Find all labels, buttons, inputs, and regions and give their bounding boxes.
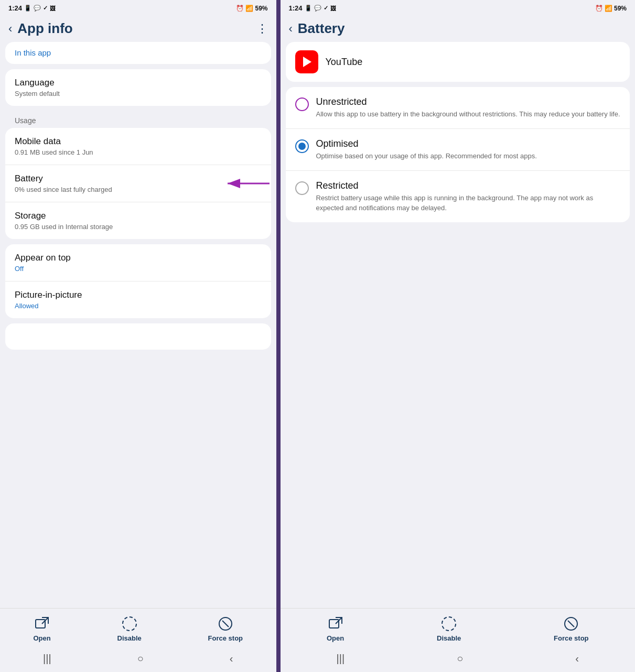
check-icon: ✓ bbox=[43, 5, 48, 12]
msg-icon: 💬 bbox=[34, 5, 41, 12]
nav-menu-icon-left[interactable]: ||| bbox=[43, 653, 51, 665]
pip-title: Picture-in-picture bbox=[15, 290, 262, 300]
restricted-text: Restricted Restrict battery usage while … bbox=[316, 180, 621, 212]
appear-on-top-title: Appear on top bbox=[15, 253, 262, 263]
purple-annotation-arrow bbox=[225, 176, 271, 191]
unrestricted-option[interactable]: Unrestricted Allow this app to use batte… bbox=[286, 87, 630, 129]
youtube-app-row: YouTube bbox=[286, 42, 630, 82]
whatsapp-icon: 📱 bbox=[24, 5, 31, 12]
alarm-icon-right: ⏰ bbox=[595, 5, 603, 12]
storage-item[interactable]: Storage 0.95 GB used in Internal storage bbox=[5, 202, 271, 239]
storage-subtitle: 0.95 GB used in Internal storage bbox=[15, 223, 262, 231]
disable-action-left[interactable]: Disable bbox=[117, 616, 142, 642]
open-action-left[interactable]: Open bbox=[33, 616, 50, 642]
status-bar-left: 1:24 📱 💬 ✓ 🖼 ⏰ 📶 59% bbox=[0, 0, 276, 14]
svg-line-9 bbox=[568, 621, 574, 627]
wifi-icon-right: 📶 bbox=[605, 5, 612, 12]
nav-bar-left: ||| ○ ‹ bbox=[0, 647, 276, 672]
nav-home-icon-left[interactable]: ○ bbox=[137, 653, 144, 665]
unrestricted-title: Unrestricted bbox=[316, 96, 621, 107]
appear-on-top-item[interactable]: Appear on top Off bbox=[5, 244, 271, 281]
battery-subtitle: 0% used since last fully charged bbox=[15, 186, 112, 193]
restricted-option[interactable]: Restricted Restrict battery usage while … bbox=[286, 171, 630, 222]
status-left-right: 1:24 📱 💬 ✓ 🖼 bbox=[289, 4, 336, 12]
status-right-left: ⏰ 📶 59% bbox=[236, 5, 267, 12]
language-title: Language bbox=[15, 78, 262, 88]
disable-label-left: Disable bbox=[117, 634, 142, 642]
nav-home-icon-right[interactable]: ○ bbox=[457, 653, 463, 665]
extra-card: Appear on top Off Picture-in-picture All… bbox=[5, 244, 271, 318]
unrestricted-desc: Allow this app to use battery in the bac… bbox=[316, 110, 621, 119]
disable-icon-right bbox=[441, 616, 457, 632]
image-icon-right: 🖼 bbox=[330, 5, 336, 12]
dashed-circle-right bbox=[442, 616, 456, 631]
partial-bottom-card bbox=[5, 323, 271, 350]
youtube-icon bbox=[295, 50, 318, 73]
dashed-circle-left bbox=[122, 616, 137, 631]
pip-subtitle: Allowed bbox=[15, 302, 262, 310]
whatsapp-icon-right: 📱 bbox=[305, 5, 312, 12]
nav-menu-icon-right[interactable]: ||| bbox=[337, 653, 345, 665]
open-action-right[interactable]: Open bbox=[327, 616, 344, 642]
left-content-area: In this app Language System default Usag… bbox=[0, 42, 276, 608]
nav-back-icon-left[interactable]: ‹ bbox=[230, 653, 233, 665]
battery-title: Battery bbox=[15, 174, 112, 184]
status-left: 1:24 📱 💬 ✓ 🖼 bbox=[8, 4, 56, 12]
svg-line-5 bbox=[222, 621, 229, 627]
svg-rect-2 bbox=[36, 620, 45, 628]
force-stop-action-right[interactable]: Force stop bbox=[554, 616, 588, 642]
optimised-radio[interactable] bbox=[295, 139, 309, 153]
picture-in-picture-item[interactable]: Picture-in-picture Allowed bbox=[5, 281, 271, 318]
mobile-data-title: Mobile data bbox=[15, 136, 262, 147]
page-title-right: Battery bbox=[298, 20, 627, 37]
force-stop-action-left[interactable]: Force stop bbox=[208, 616, 243, 642]
disable-action-right[interactable]: Disable bbox=[437, 616, 461, 642]
app-info-header: ‹ App info ⋮ bbox=[0, 14, 276, 42]
status-right-right: ⏰ 📶 59% bbox=[595, 5, 627, 12]
appear-on-top-subtitle: Off bbox=[15, 265, 262, 273]
youtube-app-name: YouTube bbox=[326, 57, 363, 68]
language-item[interactable]: Language System default bbox=[5, 69, 271, 106]
restricted-radio[interactable] bbox=[295, 181, 309, 195]
disable-label-right: Disable bbox=[437, 634, 461, 642]
battery-text-left: 59% bbox=[255, 5, 267, 12]
image-icon: 🖼 bbox=[50, 5, 56, 12]
bottom-bar-left: Open Disable Force stop bbox=[0, 608, 276, 647]
right-content-area: YouTube Unrestricted Allow this app to u… bbox=[281, 42, 636, 608]
more-menu-button[interactable]: ⋮ bbox=[256, 22, 268, 36]
restricted-desc: Restrict battery usage while this app is… bbox=[316, 193, 621, 212]
bottom-bar-right: Open Disable Force stop bbox=[281, 608, 636, 647]
optimised-option[interactable]: Optimised Optimise based on your usage o… bbox=[286, 129, 630, 171]
optimised-text: Optimised Optimise based on your usage o… bbox=[316, 138, 621, 161]
msg-icon-right: 💬 bbox=[314, 5, 321, 12]
battery-options-card: Unrestricted Allow this app to use batte… bbox=[286, 87, 630, 222]
force-stop-label-left: Force stop bbox=[208, 634, 243, 642]
optimised-title: Optimised bbox=[316, 138, 621, 149]
battery-text-right: 59% bbox=[614, 5, 627, 12]
svg-rect-6 bbox=[329, 620, 339, 628]
language-subtitle: System default bbox=[15, 90, 262, 97]
partial-card: In this app bbox=[5, 42, 271, 64]
open-label-left: Open bbox=[33, 634, 50, 642]
alarm-icon-left: ⏰ bbox=[236, 5, 244, 12]
mobile-data-item[interactable]: Mobile data 0.91 MB used since 1 Jun bbox=[5, 128, 271, 165]
open-icon-left bbox=[34, 616, 50, 632]
left-phone-panel: 1:24 📱 💬 ✓ 🖼 ⏰ 📶 59% ‹ App info ⋮ In thi… bbox=[0, 0, 276, 672]
disable-icon-left bbox=[122, 616, 137, 632]
back-button-right[interactable]: ‹ bbox=[289, 22, 293, 36]
time-left: 1:24 bbox=[8, 4, 22, 12]
nav-back-icon-right[interactable]: ‹ bbox=[575, 653, 579, 665]
battery-item[interactable]: Battery 0% used since last fully charged bbox=[5, 165, 271, 202]
restricted-title: Restricted bbox=[316, 180, 621, 191]
storage-title: Storage bbox=[15, 211, 262, 221]
back-button-left[interactable]: ‹ bbox=[8, 22, 12, 36]
usage-section-label: Usage bbox=[5, 111, 271, 128]
open-icon-right bbox=[328, 616, 343, 632]
language-card: Language System default bbox=[5, 69, 271, 106]
check-icon-right: ✓ bbox=[324, 5, 328, 12]
unrestricted-text: Unrestricted Allow this app to use batte… bbox=[316, 96, 621, 119]
time-right: 1:24 bbox=[289, 4, 303, 12]
nav-bar-right: ||| ○ ‹ bbox=[281, 647, 636, 672]
open-label-right: Open bbox=[327, 634, 344, 642]
unrestricted-radio[interactable] bbox=[295, 97, 309, 111]
